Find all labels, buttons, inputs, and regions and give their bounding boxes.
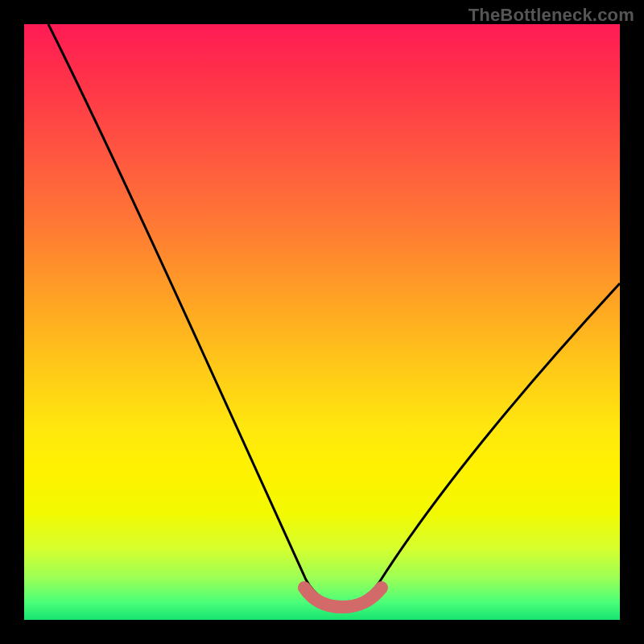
bottleneck-curve — [48, 24, 620, 604]
curve-svg — [24, 24, 620, 620]
chart-frame: TheBottleneck.com — [0, 0, 644, 644]
optimal-band — [304, 588, 382, 607]
watermark-text: TheBottleneck.com — [469, 5, 634, 26]
plot-area — [24, 24, 620, 620]
